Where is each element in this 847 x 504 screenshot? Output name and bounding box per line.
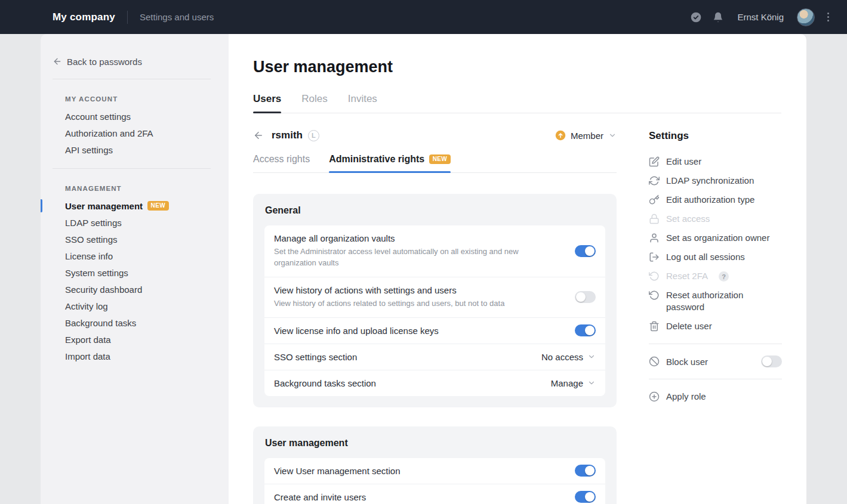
sidebar-item-license-info[interactable]: License info [41, 248, 229, 264]
logout-icon [649, 252, 660, 262]
action-edit-user[interactable]: Edit user [649, 156, 782, 168]
action-delete-user[interactable]: Delete user [649, 320, 782, 332]
tab-access-rights[interactable]: Access rights [253, 154, 310, 172]
topbar-right: Ernst König [690, 8, 831, 26]
sidebar-item-account-settings[interactable]: Account settings [41, 108, 229, 125]
action-label: Log out all sessions [666, 251, 745, 263]
sidebar-item-export-data[interactable]: Export data [41, 331, 229, 348]
user-subtabs: Access rights Administrative rights NEW [253, 154, 617, 173]
block-user-toggle[interactable] [761, 355, 782, 367]
sidebar-item-background-tasks[interactable]: Background tasks [41, 314, 229, 331]
topbar: My company Settings and users Ernst Köni… [0, 0, 847, 34]
chevron-down-icon [587, 353, 596, 361]
check-circle-icon[interactable] [690, 11, 702, 23]
back-arrow-icon[interactable] [253, 130, 264, 141]
user-management-card: User management View User management sec… [253, 426, 617, 504]
sidebar-item-label: API settings [65, 145, 113, 155]
current-user-name[interactable]: Ernst König [737, 12, 784, 22]
sidebar-item-label: Activity log [65, 301, 108, 311]
sidebar-item-label: Import data [65, 351, 110, 361]
tab-administrative-rights[interactable]: Administrative rights NEW [329, 154, 451, 172]
setting-text: Create and invite users [274, 490, 366, 504]
role-select[interactable]: Member [555, 130, 617, 141]
back-link-label: Back to passwords [67, 57, 142, 67]
action-reset-authorization-password[interactable]: Reset authorization password [649, 289, 782, 313]
role-value: Member [571, 131, 603, 141]
action-log-out-all-sessions[interactable]: Log out all sessions [649, 251, 782, 263]
new-badge: NEW [429, 154, 451, 164]
bell-icon[interactable] [712, 11, 724, 23]
action-label: Edit authorization type [666, 194, 754, 206]
block-user-label-group: Block user [649, 356, 708, 367]
action-label: LDAP synchronization [666, 175, 754, 187]
setting-label: View history of actions with settings an… [274, 285, 504, 295]
tab-invites[interactable]: Invites [348, 93, 377, 113]
sidebar-item-import-data[interactable]: Import data [41, 348, 229, 364]
setting-row: View license info and upload license key… [264, 318, 605, 344]
avatar[interactable] [797, 8, 815, 26]
sidebar-item-label: Export data [65, 335, 111, 345]
general-card: General Manage all organization vaults S… [253, 194, 617, 407]
setting-text: Manage all organization vaults Set the A… [274, 231, 550, 271]
setting-row: View history of actions with settings an… [264, 277, 605, 318]
role-up-circle-icon [555, 130, 566, 141]
sidebar-item-authorization-2fa[interactable]: Authorization and 2FA [41, 125, 229, 141]
sidebar-item-sso-settings[interactable]: SSO settings [41, 231, 229, 248]
back-to-passwords-link[interactable]: Back to passwords [41, 54, 229, 69]
lock-icon [649, 214, 660, 224]
breadcrumb: Settings and users [140, 12, 214, 22]
setting-text: View license info and upload license key… [274, 324, 439, 338]
block-user-row: Block user [649, 355, 782, 367]
company-name[interactable]: My company [53, 11, 115, 23]
setting-row: Manage all organization vaults Set the A… [264, 225, 605, 277]
sidebar-item-label: System settings [65, 268, 128, 278]
sidebar-item-user-management[interactable]: User management NEW [41, 197, 229, 214]
user-management-settings-list: View User management section Create and … [264, 458, 605, 504]
sidebar-item-security-dashboard[interactable]: Security dashboard [41, 281, 229, 298]
main-content: User management Users Roles Invites rsmi… [229, 34, 806, 504]
kebab-menu-icon[interactable] [825, 10, 831, 24]
sidebar-item-activity-log[interactable]: Activity log [41, 298, 229, 314]
sidebar-item-label: License info [65, 251, 113, 261]
sidebar: Back to passwords My account Account set… [41, 34, 229, 504]
toggle-view-user-management-section[interactable] [575, 465, 596, 477]
tab-roles[interactable]: Roles [301, 93, 327, 113]
setting-text: View User management section [274, 464, 401, 478]
subtab-label: Administrative rights [329, 154, 424, 165]
block-user-label: Block user [666, 357, 708, 367]
settings-panel: Settings Edit user LDAP synchronization … [649, 129, 782, 410]
select-sso-settings-section[interactable]: No access [541, 352, 596, 362]
setting-description: View history of actions related to setti… [274, 298, 504, 310]
subtab-label: Access rights [253, 154, 310, 165]
action-label: Set access [666, 213, 710, 225]
action-set-access: Set access [649, 213, 782, 225]
sync-icon [649, 175, 660, 186]
action-ldap-synchronization[interactable]: LDAP synchronization [649, 175, 782, 187]
setting-label: View license info and upload license key… [274, 326, 439, 336]
sidebar-item-api-settings[interactable]: API settings [41, 141, 229, 158]
action-apply-role[interactable]: Apply role [649, 391, 782, 403]
action-edit-authorization-type[interactable]: Edit authorization type [649, 194, 782, 206]
general-settings-list: Manage all organization vaults Set the A… [264, 225, 605, 396]
tab-users[interactable]: Users [253, 93, 281, 113]
toggle-create-and-invite-users[interactable] [575, 491, 596, 503]
action-label: Reset 2FA [666, 270, 708, 282]
sidebar-item-ldap-settings[interactable]: LDAP settings [41, 214, 229, 231]
toggle-view-history-of-actions[interactable] [575, 291, 596, 303]
edit-icon [649, 156, 660, 167]
action-reset-2fa: Reset 2FA ? [649, 270, 782, 282]
help-icon[interactable]: ? [719, 271, 729, 282]
reset-icon [649, 271, 660, 282]
sidebar-item-label: Security dashboard [65, 285, 142, 295]
select-background-tasks-section[interactable]: Manage [551, 378, 596, 388]
toggle-manage-all-organization-vaults[interactable] [575, 245, 596, 257]
settings-panel-title: Settings [649, 130, 782, 142]
trash-icon [649, 321, 660, 332]
ldap-user-badge: L [308, 130, 319, 141]
toggle-view-license-info[interactable] [575, 324, 596, 336]
sidebar-item-system-settings[interactable]: System settings [41, 264, 229, 281]
setting-description: Set the Administrator access level autom… [274, 246, 550, 269]
setting-text: View history of actions with settings an… [274, 283, 504, 311]
detail-left-column: rsmith L Member Access rights Administra… [253, 129, 617, 504]
action-set-as-organization-owner[interactable]: Set as organization owner [649, 232, 782, 244]
